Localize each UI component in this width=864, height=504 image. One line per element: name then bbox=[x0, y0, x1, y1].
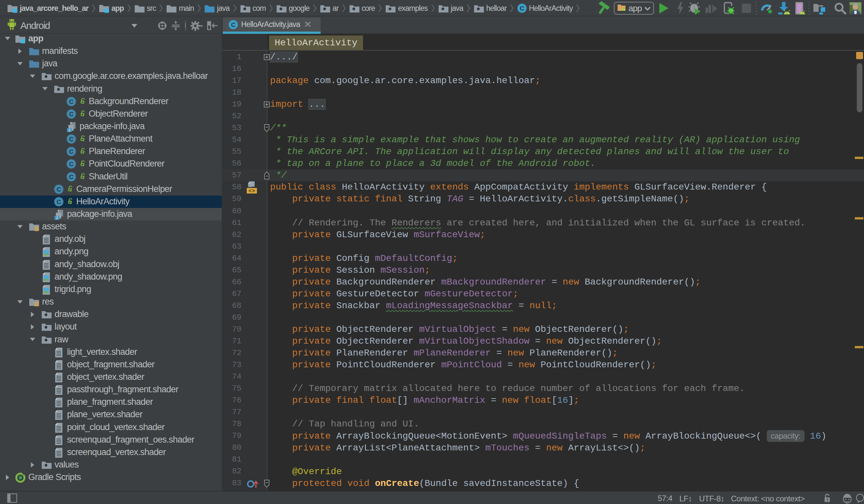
svg-text:C: C bbox=[69, 148, 74, 155]
svg-text:C: C bbox=[231, 21, 236, 28]
svg-text:T: T bbox=[826, 498, 829, 502]
svg-text:C: C bbox=[69, 98, 74, 105]
svg-text:C: C bbox=[69, 110, 74, 117]
svg-text:C: C bbox=[57, 198, 61, 205]
svg-text:C: C bbox=[520, 5, 524, 12]
svg-text:app: app bbox=[628, 3, 642, 13]
svg-text:C: C bbox=[69, 173, 74, 180]
svg-text:C: C bbox=[69, 136, 74, 143]
svg-text:C: C bbox=[69, 161, 74, 168]
svg-text:<>: <> bbox=[248, 188, 255, 194]
svg-text:J: J bbox=[68, 129, 70, 132]
svg-text:J: J bbox=[56, 216, 58, 220]
svg-text:C: C bbox=[57, 185, 61, 193]
